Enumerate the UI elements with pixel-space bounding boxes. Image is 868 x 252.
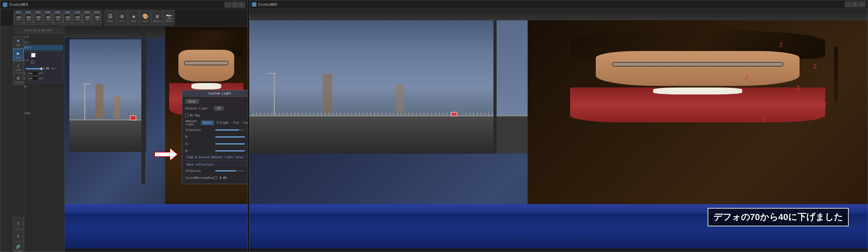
no-map-label: No Map bbox=[190, 114, 218, 117]
intensity-base-slider[interactable] bbox=[215, 170, 245, 171]
intensity-dslider-fill bbox=[215, 129, 239, 131]
default-light-value[interactable]: Off bbox=[214, 106, 223, 111]
option-button[interactable]: ⊞ option bbox=[152, 10, 163, 25]
system-button[interactable]: ⚙ system bbox=[13, 73, 24, 85]
camera-button[interactable]: 📷 camera bbox=[163, 10, 175, 25]
panel-title: ライトコントローラー bbox=[13, 28, 63, 34]
char-face bbox=[178, 50, 234, 82]
intensity-dslider[interactable] bbox=[215, 129, 245, 131]
left-window: StudioNEO — □ ✕ SAVE 🎬 SAVE 🎬 SAVE bbox=[0, 0, 248, 252]
right-window-bottom bbox=[249, 249, 868, 252]
default-light-row: Default Light Off bbox=[185, 105, 248, 111]
save-btn-4[interactable]: SAVE 🎬 bbox=[43, 10, 53, 25]
right-minimize-button[interactable]: — bbox=[845, 2, 851, 7]
custom-minimap-row: CustomMinimapBias 0.00 bbox=[185, 175, 248, 181]
sound-button[interactable]: ♪ sound bbox=[13, 61, 24, 73]
add-button[interactable]: + add bbox=[13, 36, 24, 48]
shadow-checkbox[interactable]: ✓ bbox=[31, 61, 34, 64]
lighty-input[interactable] bbox=[27, 76, 38, 81]
lighty-unit: def bbox=[39, 77, 43, 80]
r-slider[interactable] bbox=[215, 136, 245, 137]
intensity-thumb[interactable] bbox=[40, 67, 42, 70]
minimize-button[interactable]: — bbox=[225, 2, 231, 8]
save-btn-3[interactable]: SAVE 🎬 bbox=[33, 10, 43, 25]
close-button[interactable]: ✕ bbox=[239, 2, 245, 8]
intensity-dlabel: Intensity bbox=[185, 128, 214, 131]
g-slider[interactable] bbox=[215, 143, 245, 145]
color-swatch[interactable] bbox=[31, 53, 35, 57]
bus-seats bbox=[65, 204, 248, 252]
right-close-button[interactable]: ✕ bbox=[859, 2, 865, 7]
street-scene bbox=[69, 39, 146, 152]
lightx-unit: def bbox=[39, 72, 43, 75]
right-building-2 bbox=[396, 84, 404, 114]
app-icon bbox=[3, 3, 7, 7]
work-button[interactable]: ⚙ work bbox=[116, 10, 128, 25]
save-btn-1[interactable]: SAVE 🎬 bbox=[13, 10, 23, 25]
g-row: G: 1.00 bbox=[185, 141, 248, 147]
save-btn-6[interactable]: SAVE 🎬 bbox=[63, 10, 72, 25]
reset-button[interactable]: Reset bbox=[185, 99, 199, 104]
window-bottom bbox=[65, 249, 248, 252]
char-collar bbox=[191, 83, 221, 89]
b-slider[interactable] bbox=[215, 150, 245, 152]
default-light-label: Default Light bbox=[185, 107, 214, 110]
sleepy-z-4: ℤ bbox=[823, 101, 827, 108]
menu-button[interactable]: ☰ menu bbox=[104, 10, 116, 25]
skybox-option[interactable]: Skybox bbox=[201, 121, 214, 125]
side-ground-header: Side & Ground ambient light color bbox=[185, 155, 248, 159]
r-label: R: bbox=[185, 135, 214, 138]
color-button[interactable]: 🎨 color bbox=[140, 10, 151, 25]
right-character: ℤ ℤ ℤ ℤ ℤ ℤ bbox=[528, 20, 868, 234]
save-btn-5[interactable]: SAVE 🎬 bbox=[53, 10, 62, 25]
toolbar-separator-1 bbox=[103, 11, 103, 25]
attach-button[interactable]: 🔗 attach bbox=[13, 242, 24, 252]
intensity-slider[interactable] bbox=[26, 68, 41, 69]
trilight-option[interactable]: Trilight bbox=[215, 121, 230, 125]
right-maximize-button[interactable]: □ bbox=[852, 2, 858, 7]
main-content: + add ▶ anim ♪ sound ⚙ system ↑ bbox=[12, 27, 248, 252]
side-toolbar: + add ▶ anim ♪ sound ⚙ system ↑ bbox=[12, 35, 24, 252]
intensity-value: 1.00 bbox=[43, 67, 51, 70]
flat-option[interactable]: Flat bbox=[231, 121, 241, 125]
lightx-input[interactable] bbox=[27, 71, 38, 75]
right-viewport[interactable]: ℤ ℤ ℤ ℤ ℤ ℤ デフォの70から40に下げました bbox=[249, 9, 868, 252]
right-window: StudioNEO — □ ✕ bbox=[249, 0, 868, 252]
r-fill bbox=[215, 136, 245, 137]
left-viewport[interactable]: Custom Light Reset Default Light Off No … bbox=[65, 27, 248, 252]
up-button[interactable]: ↑ bbox=[13, 217, 24, 229]
building-1 bbox=[95, 84, 103, 118]
dialog-title: Custom Light bbox=[182, 90, 248, 97]
no-map-checkbox[interactable] bbox=[185, 114, 189, 117]
reset-row: Reset bbox=[185, 99, 248, 104]
ambient-light-row: Ambient Light Skybox Trilight Flat Custo… bbox=[185, 120, 248, 126]
right-collar bbox=[653, 88, 743, 94]
intensity-row: Intensity 0.80 bbox=[185, 127, 248, 133]
save-btn-9[interactable]: SAVE 🎬 bbox=[92, 10, 102, 25]
save-btn-2[interactable]: SAVE 🎬 bbox=[24, 10, 33, 25]
right-face bbox=[596, 51, 800, 86]
down-button[interactable]: ↓ bbox=[13, 229, 24, 242]
maximize-button[interactable]: □ bbox=[231, 2, 238, 8]
save-btn-7[interactable]: SAVE 🎬 bbox=[72, 10, 82, 25]
sleepy-z-3: ℤ bbox=[779, 41, 783, 48]
save-btn-8[interactable]: SAVE 🎬 bbox=[83, 10, 92, 25]
b-label: B: bbox=[185, 149, 214, 153]
right-braid bbox=[834, 46, 838, 103]
custom-option[interactable]: Custom bbox=[242, 121, 248, 125]
glasses bbox=[184, 61, 228, 65]
custom-light-dialog: Custom Light Reset Default Light Off No … bbox=[182, 90, 248, 184]
window-divider bbox=[141, 27, 145, 184]
arrow-head bbox=[170, 149, 177, 160]
left-window-title: StudioNEO bbox=[9, 3, 28, 7]
custom-minimap-checkbox[interactable] bbox=[214, 176, 217, 180]
right-sweater bbox=[570, 88, 825, 122]
move-button[interactable]: ✥ move bbox=[128, 10, 140, 25]
b-row: B: 1.00 bbox=[185, 148, 248, 154]
building-2 bbox=[114, 96, 120, 118]
intensity-unit: def bbox=[51, 67, 56, 70]
anim-button[interactable]: ▶ anim bbox=[13, 49, 24, 61]
right-app-icon bbox=[252, 2, 256, 7]
intensity-fill bbox=[26, 68, 41, 69]
intensity-base-row: Intensity 0.70 bbox=[185, 168, 248, 174]
